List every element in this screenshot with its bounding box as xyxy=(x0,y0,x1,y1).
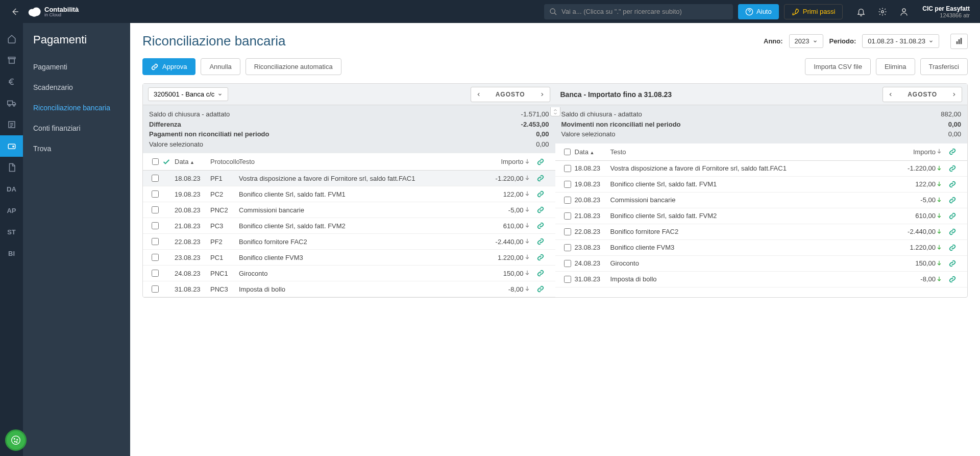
rail-wallet[interactable] xyxy=(0,135,23,157)
link-icon[interactable] xyxy=(537,285,550,293)
right-text-header[interactable]: Testo xyxy=(610,148,890,156)
arrow-down-icon[interactable] xyxy=(936,165,949,172)
bell-icon[interactable] xyxy=(856,7,866,16)
help-button[interactable]: Aiuto xyxy=(738,4,779,19)
link-icon[interactable] xyxy=(949,260,962,267)
rail-archive[interactable] xyxy=(0,50,23,71)
rail-bi[interactable]: BI xyxy=(0,243,23,264)
arrow-down-icon[interactable] xyxy=(524,206,537,213)
row-checkbox[interactable] xyxy=(152,285,159,293)
table-row[interactable]: 23.08.23PC1Bonifico cliente FVM31.220,00 xyxy=(143,250,555,266)
arrow-down-icon[interactable] xyxy=(524,190,537,198)
row-checkbox[interactable] xyxy=(564,276,571,283)
arrow-down-icon[interactable] xyxy=(524,254,537,261)
rail-st[interactable]: ST xyxy=(0,221,23,243)
link-icon[interactable] xyxy=(949,165,962,172)
table-row[interactable]: 19.08.23PC2Bonifico cliente Srl, saldo f… xyxy=(143,186,555,202)
import-csv-button[interactable]: Importa CSV file xyxy=(805,58,871,75)
row-checkbox[interactable] xyxy=(152,190,159,198)
left-date-header[interactable]: Data xyxy=(175,158,210,165)
row-checkbox[interactable] xyxy=(152,175,159,182)
rail-list[interactable] xyxy=(0,114,23,135)
chart-button[interactable] xyxy=(950,34,968,49)
table-row[interactable]: 24.08.23Giroconto150,00 xyxy=(555,256,968,272)
arrow-down-icon[interactable] xyxy=(936,260,949,267)
arrow-down-icon[interactable] xyxy=(524,222,537,229)
row-checkbox[interactable] xyxy=(564,260,571,267)
auto-reconcile-button[interactable]: Riconciliazione automatica xyxy=(246,58,341,75)
table-row[interactable]: 18.08.23PF1Vostra disposizione a favore … xyxy=(143,171,555,186)
row-checkbox[interactable] xyxy=(564,181,571,188)
link-icon[interactable] xyxy=(537,222,550,229)
rail-euro[interactable] xyxy=(0,71,23,92)
row-checkbox[interactable] xyxy=(564,197,571,204)
period-dropdown[interactable]: 01.08.23 - 31.08.23 xyxy=(862,34,939,48)
link-icon[interactable] xyxy=(949,181,962,188)
global-search[interactable]: Vai a... (Clicca su "." per ricercare su… xyxy=(544,4,733,19)
app-logo[interactable]: Contabilità in Cloud xyxy=(27,5,79,19)
sidebar-item-trova[interactable]: Trova xyxy=(23,138,130,159)
transfer-button[interactable]: Trasferisci xyxy=(920,58,968,75)
first-steps-button[interactable]: Primi passi xyxy=(784,4,843,19)
table-row[interactable]: 24.08.23PNC1Giroconto150,00 xyxy=(143,266,555,281)
table-row[interactable]: 19.08.23Bonifico cliente Srl, saldo fatt… xyxy=(555,177,968,193)
table-row[interactable]: 20.08.23PNC2Commissioni bancarie-5,00 xyxy=(143,202,555,218)
arrow-down-icon[interactable] xyxy=(524,175,537,182)
approve-button[interactable]: Approva xyxy=(142,58,195,75)
prev-month-button[interactable] xyxy=(471,92,486,97)
link-icon[interactable] xyxy=(537,190,550,198)
next-month-button[interactable] xyxy=(534,92,550,97)
table-row[interactable]: 23.08.23Bonifico cliente FVM31.220,00 xyxy=(555,240,968,256)
arrow-down-icon[interactable] xyxy=(524,270,537,277)
link-icon[interactable] xyxy=(949,244,962,251)
table-row[interactable]: 18.08.23Vostra disposizione a favore di … xyxy=(555,161,968,177)
row-checkbox[interactable] xyxy=(564,244,571,251)
link-icon[interactable] xyxy=(537,254,550,261)
table-row[interactable]: 20.08.23Commissioni bancarie-5,00 xyxy=(555,193,968,208)
left-amount-header[interactable]: Importo xyxy=(478,158,524,165)
left-proto-header[interactable]: Protocollo xyxy=(210,158,239,165)
link-icon[interactable] xyxy=(949,228,962,235)
row-checkbox[interactable] xyxy=(564,212,571,220)
table-row[interactable]: 31.08.23Imposta di bollo-8,00 xyxy=(555,272,968,287)
row-checkbox[interactable] xyxy=(152,238,159,245)
right-amount-header[interactable]: Importo xyxy=(890,148,936,156)
table-row[interactable]: 21.08.23PC3Bonifico cliente Srl, saldo f… xyxy=(143,218,555,234)
row-checkbox[interactable] xyxy=(564,228,571,235)
arrow-down-icon[interactable] xyxy=(524,238,537,245)
arrow-down-icon[interactable] xyxy=(936,181,949,188)
row-checkbox[interactable] xyxy=(152,222,159,229)
row-checkbox[interactable] xyxy=(152,270,159,277)
table-row[interactable]: 21.08.23Bonifico cliente Srl, saldo fatt… xyxy=(555,208,968,224)
link-icon[interactable] xyxy=(537,238,550,245)
arrow-down-icon[interactable] xyxy=(524,285,537,293)
left-select-all[interactable] xyxy=(152,158,159,165)
user-info[interactable]: CIC per Easyfatt 1243866 atr xyxy=(922,5,970,18)
right-next-month-button[interactable] xyxy=(946,92,962,97)
back-arrow-icon[interactable] xyxy=(10,7,19,16)
link-icon[interactable] xyxy=(949,197,962,204)
arrow-down-icon[interactable] xyxy=(936,276,949,283)
row-checkbox[interactable] xyxy=(152,206,159,213)
rail-da[interactable]: DA xyxy=(0,178,23,200)
rail-home[interactable] xyxy=(0,28,23,50)
table-row[interactable]: 22.08.23Bonifico fornitore FAC2-2.440,00 xyxy=(555,224,968,240)
account-dropdown[interactable]: 3205001 - Banca c/c xyxy=(148,87,228,101)
table-row[interactable]: 22.08.23PF2Bonifico fornitore FAC2-2.440… xyxy=(143,234,555,250)
sidebar-item-pagamenti[interactable]: Pagamenti xyxy=(23,57,130,77)
link-icon[interactable] xyxy=(537,175,550,182)
sidebar-item-conti-finanziari[interactable]: Conti finanziari xyxy=(23,118,130,138)
row-checkbox[interactable] xyxy=(564,165,571,172)
rail-truck[interactable] xyxy=(0,92,23,114)
right-prev-month-button[interactable] xyxy=(883,92,898,97)
link-icon[interactable] xyxy=(537,206,550,213)
arrow-down-icon[interactable] xyxy=(936,228,949,235)
left-text-header[interactable]: Testo xyxy=(239,158,478,165)
user-icon[interactable] xyxy=(899,7,909,16)
sidebar-item-riconciliazione-bancaria[interactable]: Riconciliazione bancaria xyxy=(23,98,130,118)
delete-button[interactable]: Elimina xyxy=(876,58,915,75)
rail-ap[interactable]: AP xyxy=(0,200,23,221)
link-icon[interactable] xyxy=(537,270,550,277)
sidebar-item-scadenzario[interactable]: Scadenzario xyxy=(23,77,130,98)
rail-doc[interactable] xyxy=(0,157,23,178)
